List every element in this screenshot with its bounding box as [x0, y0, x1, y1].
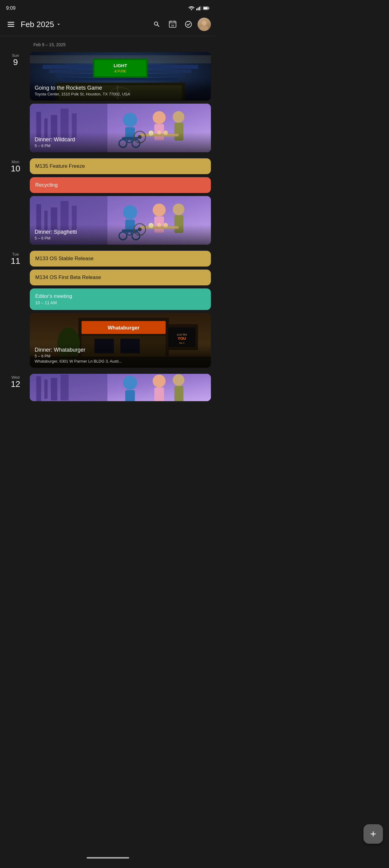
svg-rect-9 [8, 26, 14, 27]
svg-rect-96 [36, 376, 41, 401]
svg-rect-24 [62, 78, 179, 81]
event-m133-stable[interactable]: M133 OS Stable Release [30, 251, 211, 267]
whataburger-subtitle: Whataburger, 6301 W Parmer Ln BLDG 3, Au… [35, 359, 206, 364]
avatar-image [198, 18, 211, 31]
svg-point-46 [153, 111, 166, 124]
status-icons [188, 6, 210, 10]
editors-meeting-time: 10 – 11 AM [35, 300, 205, 305]
rockets-scene: LIGHT & FUSE Going to the Rockets Game T… [30, 52, 211, 101]
svg-text:Just like: Just like [176, 333, 187, 336]
events-column-mon: M135 Feature Freeze Recycling [30, 158, 211, 245]
svg-rect-6 [209, 8, 209, 9]
search-button[interactable] [150, 18, 163, 31]
day-label-wed: Wed 12 [5, 374, 26, 401]
events-column-sun: LIGHT & FUSE Going to the Rockets Game T… [30, 52, 211, 152]
event-dinner-spaghetti[interactable]: Dinner: Spaghetti 5 – 6 PM [30, 196, 211, 245]
event-wed-dinner-partial[interactable] [30, 374, 211, 401]
event-m135-feature-freeze[interactable]: M135 Feature Freeze [30, 158, 211, 174]
svg-rect-98 [51, 378, 57, 401]
event-m134-beta[interactable]: M134 OS First Beta Release [30, 270, 211, 285]
event-dinner-spaghetti-image: Dinner: Spaghetti 5 – 6 PM [30, 196, 211, 245]
m133-stable-title: M133 OS Stable Release [35, 256, 205, 262]
signal-icon [196, 6, 201, 10]
event-editors-meeting[interactable]: Editor's meeting 10 – 11 AM [30, 288, 211, 310]
svg-rect-26 [95, 60, 146, 76]
bottom-nav-bar [0, 847, 216, 868]
dinner-scene-spaghetti: Dinner: Spaghetti 5 – 6 PM [30, 196, 211, 245]
day-name-tue: Tue [12, 252, 19, 256]
whataburger-title: Dinner: Whataburger [35, 347, 206, 353]
recycling-title: Recycling [35, 182, 205, 188]
day-number-wed: 12 [11, 380, 20, 389]
event-rockets-game[interactable]: LIGHT & FUSE Going to the Rockets Game T… [30, 52, 211, 101]
day-number-mon: 10 [11, 164, 20, 174]
svg-rect-95 [30, 374, 107, 401]
svg-text:26: 26 [171, 24, 174, 27]
dinner-scene-wildcard: Dinner: Wildcard 5 – 6 PM [30, 104, 211, 152]
svg-text:LIGHT: LIGHT [114, 63, 127, 68]
svg-rect-11 [169, 23, 176, 23]
day-name-mon: Mon [11, 160, 19, 164]
header: Feb 2025 26 [0, 15, 216, 36]
month-title-button[interactable]: Feb 2025 [21, 20, 147, 29]
week-range: Feb 9 – 15, 2025 [0, 36, 216, 51]
status-time: 9:09 [6, 5, 15, 11]
svg-point-18 [202, 21, 206, 25]
svg-rect-101 [125, 390, 135, 401]
svg-rect-7 [8, 22, 14, 23]
dinner-wildcard-overlay: Dinner: Wildcard 5 – 6 PM [30, 132, 211, 152]
dinner-spaghetti-title: Dinner: Spaghetti [35, 229, 206, 235]
hamburger-button[interactable] [5, 18, 17, 30]
dinner-wildcard-time: 5 – 6 PM [35, 144, 206, 148]
event-dinner-wildcard[interactable]: Dinner: Wildcard 5 – 6 PM [30, 104, 211, 152]
event-dinner-whataburger[interactable]: Whataburger Just like [30, 313, 211, 368]
dinner-wildcard-title: Dinner: Wildcard [35, 136, 206, 143]
svg-rect-5 [204, 7, 208, 9]
rockets-event-title: Going to the Rockets Game [35, 85, 206, 91]
tasks-icon [185, 21, 192, 28]
event-dinner-wildcard-image: Dinner: Wildcard 5 – 6 PM [30, 104, 211, 152]
svg-text:YOU: YOU [177, 336, 186, 341]
dinner-spaghetti-overlay: Dinner: Spaghetti 5 – 6 PM [30, 225, 211, 245]
svg-point-102 [153, 374, 166, 388]
event-rockets-image: LIGHT & FUSE Going to the Rockets Game T… [30, 52, 211, 101]
day-label-mon: Mon 10 [5, 158, 26, 245]
month-title-text: Feb 2025 [21, 20, 54, 29]
day-name-wed: Wed [11, 375, 20, 380]
nav-home-indicator[interactable] [87, 857, 129, 859]
whataburger-time: 5 – 6 PM [35, 354, 206, 358]
svg-rect-103 [154, 388, 164, 401]
svg-point-71 [173, 204, 184, 215]
svg-point-17 [200, 26, 208, 31]
svg-point-40 [123, 113, 137, 127]
svg-point-69 [153, 204, 166, 217]
dropdown-arrow-icon [56, 22, 61, 27]
rockets-event-overlay: Going to the Rockets Game Toyota Center,… [30, 81, 211, 101]
svg-rect-105 [174, 386, 184, 401]
tasks-button[interactable] [182, 18, 195, 31]
events-column-tue: M133 OS Stable Release M134 OS First Bet… [30, 251, 211, 368]
day-name-sun: Sun [12, 53, 19, 58]
wifi-icon [188, 6, 195, 10]
svg-point-15 [185, 21, 191, 27]
m134-beta-title: M134 OS First Beta Release [35, 274, 205, 281]
svg-rect-2 [199, 7, 200, 10]
svg-rect-97 [44, 379, 48, 399]
svg-point-48 [173, 111, 184, 123]
svg-point-63 [123, 205, 137, 219]
event-recycling[interactable]: Recycling [30, 177, 211, 193]
dinner-scene-wed [30, 374, 211, 401]
calendar-button[interactable]: 26 [166, 18, 179, 31]
svg-rect-99 [61, 374, 69, 400]
whataburger-overlay: Dinner: Whataburger 5 – 6 PM Whataburger… [30, 343, 211, 368]
day-number-sun: 9 [13, 58, 18, 67]
status-bar: 9:09 [0, 0, 216, 15]
day-number-tue: 11 [11, 256, 20, 266]
event-wed-dinner-partial-image [30, 374, 211, 401]
editors-meeting-title: Editor's meeting [35, 293, 205, 299]
avatar[interactable] [198, 18, 211, 31]
header-actions: 26 [150, 18, 211, 31]
day-label-tue: Tue 11 [5, 251, 26, 368]
events-column-wed [30, 374, 211, 401]
dinner-spaghetti-time: 5 – 6 PM [35, 236, 206, 240]
